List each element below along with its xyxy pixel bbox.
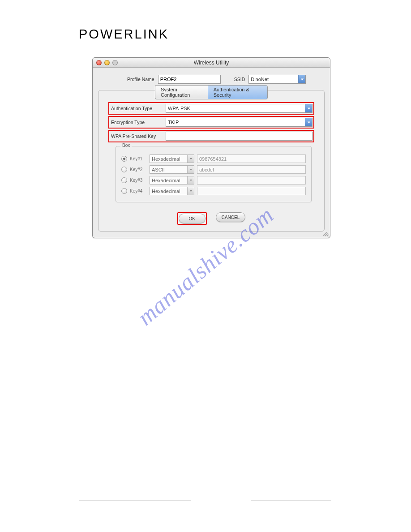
ok-button[interactable]: OK — [179, 214, 206, 223]
key1-value-input[interactable] — [197, 154, 306, 163]
key-row-4: Key#4 Hexadecimal — [121, 187, 306, 195]
key3-value-input[interactable] — [197, 176, 306, 184]
tab-system-configuration[interactable]: System Configuration — [155, 85, 208, 99]
auth-type-value: WPA-PSK — [166, 106, 305, 111]
key2-label: Key#2 — [130, 167, 147, 172]
profile-name-input[interactable] — [158, 75, 221, 84]
ssid-value: DinoNet — [249, 77, 298, 82]
auth-type-label: Authentication Type — [109, 106, 166, 111]
ok-highlight: OK — [177, 212, 207, 225]
cancel-button[interactable]: CANCEL — [216, 212, 246, 222]
key2-radio[interactable] — [121, 167, 127, 172]
ssid-label: SSID — [234, 77, 245, 82]
enc-type-select[interactable]: TKIP — [166, 118, 313, 127]
key-row-1: Key#1 Hexadecimal — [121, 154, 306, 163]
titlebar: Wireless Utility — [93, 58, 330, 68]
chevron-down-icon[interactable] — [187, 155, 194, 163]
wireless-utility-window: Wireless Utility Profile Name SSID DinoN… — [92, 57, 330, 238]
psk-highlight: WPA Pre-Shared Key — [108, 130, 314, 142]
footer-rule — [79, 501, 191, 501]
chevron-down-icon[interactable] — [187, 166, 194, 173]
key4-value-input[interactable] — [197, 187, 306, 195]
key4-label: Key#4 — [130, 189, 147, 193]
profile-name-label: Profile Name — [127, 77, 154, 82]
psk-input[interactable] — [166, 132, 313, 141]
key2-format: ASCII — [150, 167, 187, 172]
svg-marker-2 — [307, 121, 310, 123]
key2-format-select[interactable]: ASCII — [150, 165, 194, 174]
config-panel: System Configuration Authentication & Se… — [98, 90, 325, 232]
svg-marker-0 — [301, 78, 304, 80]
box-legend: Box — [120, 143, 132, 148]
chevron-down-icon[interactable] — [187, 176, 194, 184]
svg-marker-6 — [189, 190, 192, 192]
wep-key-box: Box Key#1 Hexadecimal — [116, 146, 312, 202]
key1-radio[interactable] — [121, 156, 127, 162]
svg-marker-4 — [189, 169, 192, 171]
key4-format-select[interactable]: Hexadecimal — [150, 187, 194, 195]
resize-grip-icon[interactable] — [323, 231, 329, 236]
key3-format: Hexadecimal — [150, 178, 187, 183]
key-row-3: Key#3 Hexadecimal — [121, 176, 306, 184]
brand-logo: POWERLINK — [79, 27, 169, 42]
auth-type-select[interactable]: WPA-PSK — [166, 104, 313, 113]
key4-format: Hexadecimal — [150, 189, 187, 194]
svg-marker-5 — [189, 180, 192, 181]
key2-value-input[interactable] — [197, 165, 306, 174]
key1-format: Hexadecimal — [150, 156, 187, 162]
psk-label: WPA Pre-Shared Key — [109, 133, 166, 139]
svg-marker-3 — [189, 158, 192, 160]
svg-marker-1 — [307, 107, 310, 109]
key3-radio[interactable] — [121, 177, 127, 183]
footer-rule — [251, 501, 331, 501]
enc-type-label: Encryption Type — [109, 120, 166, 125]
key3-format-select[interactable]: Hexadecimal — [150, 176, 194, 184]
key4-radio[interactable] — [121, 188, 127, 194]
key1-label: Key#1 — [130, 156, 147, 161]
key3-label: Key#3 — [130, 178, 147, 183]
auth-type-highlight: Authentication Type WPA-PSK — [108, 102, 314, 115]
chevron-down-icon[interactable] — [305, 104, 312, 112]
ssid-select[interactable]: DinoNet — [248, 75, 306, 84]
enc-type-highlight: Encryption Type TKIP — [108, 116, 314, 129]
chevron-down-icon[interactable] — [305, 118, 312, 126]
enc-type-value: TKIP — [166, 120, 305, 125]
window-title: Wireless Utility — [93, 60, 330, 66]
chevron-down-icon[interactable] — [187, 187, 194, 195]
chevron-down-icon[interactable] — [298, 75, 305, 83]
tab-authentication-security[interactable]: Authentication & Security — [208, 85, 268, 99]
key1-format-select[interactable]: Hexadecimal — [150, 154, 194, 163]
key-row-2: Key#2 ASCII — [121, 165, 306, 174]
